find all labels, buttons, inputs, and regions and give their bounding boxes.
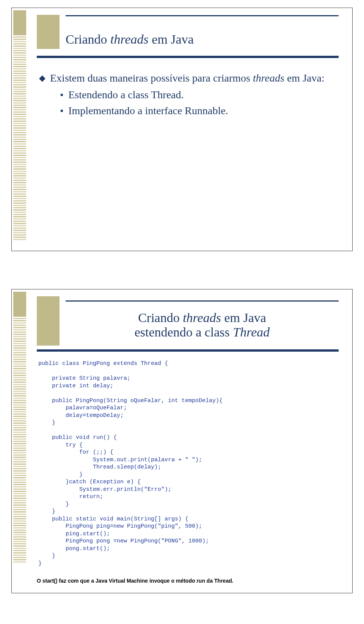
bullet-level1: ◆ Existem duas maneiras possíveis para c… (39, 71, 336, 85)
slide-content: Criando threads em Java ◆ Existem duas m… (28, 8, 352, 251)
footnote: O start() faz com que a Java Virtual Mac… (37, 578, 339, 584)
title-line1-pre: Criando (138, 311, 183, 325)
title-text-ital: threads (110, 32, 149, 46)
title-tan-block (37, 15, 60, 49)
slide-title: Criando threads em Java (66, 32, 339, 47)
title-line2-ital: Thread (233, 325, 270, 339)
bullet-level2: ■ Implementando a interface Runnable. (60, 104, 336, 118)
title-rule-thin (66, 15, 339, 16)
bullet-text: Existem duas maneiras possíveis para cri… (50, 71, 325, 85)
title-tan-block (37, 296, 60, 346)
slide-2: Criando threads em Java estendendo a cla… (11, 289, 353, 593)
sidebar-stripes (13, 318, 26, 591)
square-bullet-icon: ■ (60, 104, 63, 118)
title-rule-thick (37, 349, 339, 352)
subbullet-text: Implementando a interface Runnable. (68, 104, 228, 118)
slide-title: Criando threads em Java estendendo a cla… (66, 311, 339, 340)
slide-1: Criando threads em Java ◆ Existem duas m… (11, 8, 353, 251)
bullet-list: ◆ Existem duas maneiras possíveis para c… (37, 71, 339, 118)
subbullet-text: Estendendo a class Thread. (68, 88, 184, 102)
title-rule-thick (37, 56, 339, 58)
sidebar-tan-block (13, 292, 26, 317)
bullet-text-pre: Existem duas maneiras possíveis para cri… (50, 72, 253, 84)
title-line1-post: em Java (221, 311, 266, 325)
decorative-sidebar (12, 8, 28, 251)
title-line2-pre: estendendo a class (135, 325, 233, 339)
decorative-sidebar (12, 289, 28, 593)
slide-content: Criando threads em Java estendendo a cla… (28, 289, 352, 593)
sidebar-stripes (13, 36, 26, 248)
square-bullet-icon: ■ (60, 88, 63, 102)
title-text-pre: Criando (66, 32, 110, 46)
title-line1-ital: threads (183, 311, 221, 325)
bullet-text-post: em Java: (284, 72, 325, 84)
bullet-text-ital: threads (253, 72, 284, 84)
code-text: public class PingPong extends Thread { p… (38, 360, 337, 567)
sidebar-tan-block (13, 10, 26, 35)
title-text-post: em Java (149, 32, 194, 46)
code-block: public class PingPong extends Thread { p… (37, 358, 339, 567)
bullet-level2: ■ Estendendo a class Thread. (60, 88, 336, 102)
title-rule-thin (66, 300, 339, 302)
diamond-bullet-icon: ◆ (39, 71, 46, 85)
